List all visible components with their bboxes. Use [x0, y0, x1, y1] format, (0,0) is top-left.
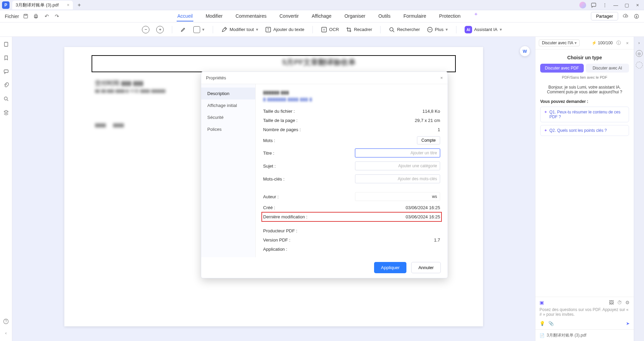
send-icon[interactable]: ➤	[626, 321, 630, 326]
version-value: 1.7	[434, 237, 440, 243]
attachment-icon[interactable]	[3, 82, 9, 88]
window-maximize-icon[interactable]: ▢	[624, 2, 630, 8]
cancel-button[interactable]: Annuler	[411, 262, 441, 273]
ocr-button[interactable]: T OCR	[321, 27, 339, 33]
export-icon[interactable]	[634, 14, 640, 19]
new-tab-button[interactable]: +	[74, 2, 84, 8]
menu-outils[interactable]: Outils	[377, 11, 391, 21]
subject-input[interactable]	[355, 161, 440, 170]
created-value: 03/06/2024 16:25	[406, 205, 440, 210]
dialog-close-icon[interactable]: ×	[440, 75, 443, 80]
save-icon[interactable]	[23, 14, 29, 19]
panel-help-icon[interactable]: ⓘ	[615, 40, 622, 46]
search-button[interactable]: Rechercher	[389, 27, 420, 33]
window-close-icon[interactable]: ×	[634, 2, 641, 8]
find-icon[interactable]	[3, 96, 9, 102]
app-logo: P	[2, 1, 10, 9]
zoom-in-icon[interactable]: +	[156, 26, 164, 33]
svg-rect-16	[4, 42, 8, 46]
pdf-file-icon: 📄	[540, 333, 545, 338]
title-input[interactable]	[355, 149, 440, 157]
history-icon[interactable]: ⏱	[617, 300, 622, 305]
menu-protection[interactable]: Protection	[438, 11, 461, 21]
pill-subnote: PDF/Sans lien avec le PDF	[540, 75, 629, 79]
rail-circle-icon[interactable]	[636, 62, 643, 68]
svg-point-11	[390, 28, 393, 31]
cloud-upload-icon[interactable]	[623, 13, 629, 19]
suggestion-q1[interactable]: ✦Q1. Peux-tu résumer le contenu de ces P…	[540, 107, 629, 122]
panel-close-icon[interactable]: ×	[624, 41, 630, 46]
modify-all-label: Modifier tout	[229, 27, 254, 32]
redo-icon[interactable]: ↷	[54, 13, 60, 19]
undo-icon[interactable]: ↶	[44, 13, 50, 19]
clip-icon[interactable]: 📎	[548, 321, 554, 326]
menu-commentaires[interactable]: Commentaires	[235, 11, 267, 21]
pill-chat-pdf[interactable]: Discuter avec PDF	[540, 64, 584, 73]
crop-button[interactable]: Recadrer	[346, 27, 372, 33]
tab-description[interactable]: Description	[201, 88, 255, 99]
chat-mode-dropdown[interactable]: Discuter avec l'IA▾	[539, 40, 580, 46]
application-label: Application :	[263, 247, 331, 252]
file-menu[interactable]: Fichier	[5, 14, 19, 19]
rail-target-icon[interactable]: ◎	[636, 50, 643, 57]
svg-rect-17	[4, 70, 8, 73]
suggestion-q2[interactable]: ✦Q2. Quels sont les points clés ?	[540, 125, 629, 136]
menu-convertir[interactable]: Convertir	[279, 11, 300, 21]
tab-security[interactable]: Sécurité	[201, 111, 255, 123]
image-attach-icon[interactable]: 🖼	[609, 300, 614, 305]
settings-icon[interactable]: ⚙	[625, 300, 630, 305]
far-right-rail: › ◎	[634, 37, 644, 341]
producer-label: Producteur PDF :	[263, 228, 331, 233]
svg-point-18	[4, 97, 7, 100]
tab-fonts[interactable]: Polices	[201, 123, 255, 135]
more-dropdown[interactable]: Plus▾	[427, 27, 448, 33]
ocr-icon: T	[321, 27, 327, 33]
close-tab-icon[interactable]: ×	[67, 2, 69, 7]
user-avatar[interactable]	[579, 2, 586, 9]
menu-formulaire[interactable]: Formulaire	[403, 11, 427, 21]
document-tab[interactable]: 3月翻译对账单 (3).pdf ×	[12, 1, 73, 10]
chat-icon[interactable]	[591, 2, 597, 8]
expand-icon[interactable]: ›	[638, 40, 640, 45]
ai-input-area: ▣ 🖼 ⏱ ⚙ Posez des questions sur vos PDF.…	[535, 297, 634, 329]
author-input[interactable]	[355, 192, 440, 201]
dialog-sidebar: Description Affichage initial Sécurité P…	[201, 84, 256, 257]
menu-organiser[interactable]: Organiser	[344, 11, 366, 21]
page-count-label: Nombre de pages :	[263, 127, 331, 132]
kebab-menu-icon[interactable]: ⋮	[602, 2, 608, 8]
menu-accueil[interactable]: Accueil	[177, 11, 193, 21]
window-minimize-icon[interactable]: —	[613, 2, 619, 8]
collapse-rail-icon[interactable]: ‹	[5, 330, 6, 336]
ai-context-file[interactable]: 📄 3月翻译对账单 (3).pdf	[535, 329, 634, 341]
ai-panel: Discuter avec l'IA▾ ⚡100/100 ⓘ × Choisir…	[535, 37, 634, 341]
page-count-value: 1	[438, 127, 440, 132]
highlighter-icon[interactable]	[180, 27, 187, 33]
bookmark-icon[interactable]	[3, 55, 9, 61]
keywords-input[interactable]	[355, 174, 440, 183]
apply-button[interactable]: Appliquer	[374, 262, 406, 273]
comment-icon[interactable]	[3, 69, 9, 74]
shape-dropdown[interactable]: ▾	[193, 26, 205, 33]
menu-modifier[interactable]: Modifier	[205, 11, 223, 21]
word-count-button[interactable]: Compte	[417, 136, 440, 144]
lightbulb-icon[interactable]: 💡	[540, 321, 545, 326]
ai-input-placeholder[interactable]: Posez des questions sur vos PDF. Appuyez…	[540, 307, 630, 317]
ai-greeting: Bonjour, je suis Lumi, votre assistant I…	[540, 85, 629, 94]
share-button[interactable]: Partager	[591, 12, 618, 20]
ai-assistant-dropdown[interactable]: AI Assistant IA▾	[465, 26, 502, 33]
sparkle-icon[interactable]: ✦	[473, 11, 479, 21]
modify-all-dropdown[interactable]: Modifier tout▾	[221, 27, 258, 33]
pill-chat-ai[interactable]: Discuter avec AI	[586, 64, 629, 73]
convert-to-word-badge[interactable]: W	[519, 46, 530, 57]
layers-icon[interactable]	[3, 110, 9, 115]
sparkle-icon: ✦	[544, 128, 547, 133]
zoom-out-icon[interactable]: −	[142, 26, 149, 33]
add-text-button[interactable]: T Ajouter du texte	[265, 27, 304, 33]
ocr-label: OCR	[329, 27, 339, 32]
tab-initial-view[interactable]: Affichage initial	[201, 99, 255, 111]
print-icon[interactable]	[33, 14, 39, 19]
help-icon[interactable]: ?	[3, 319, 9, 324]
thumbnails-icon[interactable]	[3, 42, 9, 47]
menu-affichage[interactable]: Affichage	[311, 11, 332, 21]
prompt-chip-icon[interactable]: ▣	[540, 300, 544, 305]
